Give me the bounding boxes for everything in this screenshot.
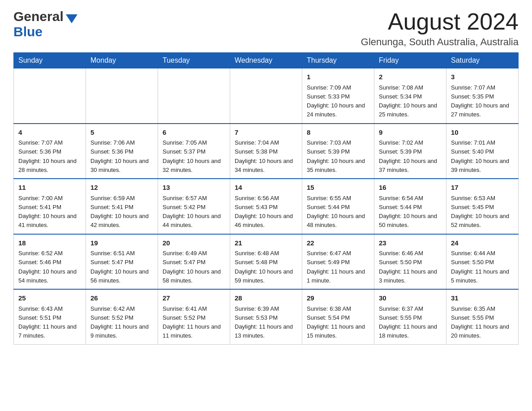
calendar-cell: 24Sunrise: 6:44 AM Sunset: 5:50 PM Dayli… — [446, 234, 519, 290]
calendar-cell — [230, 68, 302, 124]
day-info: Sunrise: 6:35 AM Sunset: 5:55 PM Dayligh… — [451, 305, 509, 339]
calendar-cell: 23Sunrise: 6:46 AM Sunset: 5:50 PM Dayli… — [374, 234, 446, 290]
day-info: Sunrise: 6:44 AM Sunset: 5:50 PM Dayligh… — [451, 250, 509, 284]
calendar-cell: 3Sunrise: 7:07 AM Sunset: 5:35 PM Daylig… — [446, 68, 519, 124]
calendar-cell: 27Sunrise: 6:41 AM Sunset: 5:52 PM Dayli… — [158, 289, 230, 344]
weekday-header-wednesday: Wednesday — [230, 53, 302, 68]
day-number: 9 — [379, 128, 442, 138]
day-info: Sunrise: 7:09 AM Sunset: 5:33 PM Dayligh… — [307, 84, 365, 118]
calendar-cell: 11Sunrise: 7:00 AM Sunset: 5:41 PM Dayli… — [14, 179, 86, 234]
calendar-cell: 13Sunrise: 6:57 AM Sunset: 5:42 PM Dayli… — [158, 179, 230, 234]
weekday-header-tuesday: Tuesday — [158, 53, 230, 68]
day-number: 7 — [235, 128, 297, 138]
day-info: Sunrise: 7:08 AM Sunset: 5:34 PM Dayligh… — [379, 84, 437, 118]
day-number: 30 — [379, 293, 442, 304]
day-info: Sunrise: 6:51 AM Sunset: 5:47 PM Dayligh… — [90, 250, 149, 284]
day-info: Sunrise: 6:46 AM Sunset: 5:50 PM Dayligh… — [379, 250, 437, 284]
logo-triangle-icon — [66, 14, 77, 23]
calendar-cell: 19Sunrise: 6:51 AM Sunset: 5:47 PM Dayli… — [86, 234, 158, 290]
day-info: Sunrise: 7:07 AM Sunset: 5:35 PM Dayligh… — [451, 84, 509, 118]
day-number: 8 — [307, 128, 369, 138]
day-number: 10 — [451, 128, 514, 138]
calendar-table: SundayMondayTuesdayWednesdayThursdayFrid… — [13, 52, 519, 345]
logo-general-text: General — [13, 9, 64, 24]
day-info: Sunrise: 7:06 AM Sunset: 5:36 PM Dayligh… — [90, 139, 149, 173]
day-number: 11 — [18, 183, 81, 193]
day-info: Sunrise: 7:07 AM Sunset: 5:36 PM Dayligh… — [18, 139, 77, 173]
calendar-cell: 14Sunrise: 6:56 AM Sunset: 5:43 PM Dayli… — [230, 179, 302, 234]
calendar-cell — [158, 68, 230, 124]
day-number: 22 — [307, 238, 369, 248]
calendar-cell: 22Sunrise: 6:47 AM Sunset: 5:49 PM Dayli… — [302, 234, 374, 290]
day-info: Sunrise: 6:39 AM Sunset: 5:53 PM Dayligh… — [235, 305, 293, 339]
calendar-cell: 25Sunrise: 6:43 AM Sunset: 5:51 PM Dayli… — [14, 289, 86, 344]
title-section: August 2024 Glenunga, South Australia, A… — [361, 9, 519, 48]
logo-blue-text: Blue — [13, 24, 43, 39]
day-number: 24 — [451, 238, 514, 248]
day-info: Sunrise: 6:57 AM Sunset: 5:42 PM Dayligh… — [163, 195, 221, 229]
day-info: Sunrise: 6:52 AM Sunset: 5:46 PM Dayligh… — [18, 250, 77, 284]
day-info: Sunrise: 7:00 AM Sunset: 5:41 PM Dayligh… — [18, 195, 77, 229]
day-info: Sunrise: 6:37 AM Sunset: 5:55 PM Dayligh… — [379, 305, 437, 339]
calendar-cell: 30Sunrise: 6:37 AM Sunset: 5:55 PM Dayli… — [374, 289, 446, 344]
calendar-cell: 12Sunrise: 6:59 AM Sunset: 5:41 PM Dayli… — [86, 179, 158, 234]
calendar-cell: 16Sunrise: 6:54 AM Sunset: 5:44 PM Dayli… — [374, 179, 446, 234]
day-number: 16 — [379, 183, 442, 193]
calendar-cell: 21Sunrise: 6:48 AM Sunset: 5:48 PM Dayli… — [230, 234, 302, 290]
day-number: 27 — [163, 293, 225, 304]
calendar-week-row-1: 1Sunrise: 7:09 AM Sunset: 5:33 PM Daylig… — [14, 68, 519, 124]
calendar-cell: 2Sunrise: 7:08 AM Sunset: 5:34 PM Daylig… — [374, 68, 446, 124]
calendar-cell: 10Sunrise: 7:01 AM Sunset: 5:40 PM Dayli… — [446, 124, 519, 179]
day-number: 26 — [90, 293, 153, 304]
location-subtitle: Glenunga, South Australia, Australia — [361, 36, 519, 48]
calendar-cell: 7Sunrise: 7:04 AM Sunset: 5:38 PM Daylig… — [230, 124, 302, 179]
calendar-cell — [86, 68, 158, 124]
day-info: Sunrise: 6:59 AM Sunset: 5:41 PM Dayligh… — [90, 195, 149, 229]
month-year-title: August 2024 — [361, 9, 519, 34]
day-number: 1 — [307, 72, 369, 82]
day-info: Sunrise: 7:04 AM Sunset: 5:38 PM Dayligh… — [235, 139, 293, 173]
day-number: 18 — [18, 238, 81, 248]
calendar-cell: 8Sunrise: 7:03 AM Sunset: 5:39 PM Daylig… — [302, 124, 374, 179]
day-info: Sunrise: 6:54 AM Sunset: 5:44 PM Dayligh… — [379, 195, 437, 229]
day-number: 5 — [90, 128, 153, 138]
day-number: 31 — [451, 293, 514, 304]
day-info: Sunrise: 7:05 AM Sunset: 5:37 PM Dayligh… — [163, 139, 221, 173]
day-number: 21 — [235, 238, 297, 248]
day-number: 12 — [90, 183, 153, 193]
calendar-week-row-2: 4Sunrise: 7:07 AM Sunset: 5:36 PM Daylig… — [14, 124, 519, 179]
page-header: General Blue August 2024 Glenunga, South… — [13, 9, 519, 48]
day-number: 13 — [163, 183, 225, 193]
day-info: Sunrise: 6:48 AM Sunset: 5:48 PM Dayligh… — [235, 250, 293, 284]
calendar-week-row-4: 18Sunrise: 6:52 AM Sunset: 5:46 PM Dayli… — [14, 234, 519, 290]
day-number: 19 — [90, 238, 153, 248]
day-info: Sunrise: 6:49 AM Sunset: 5:47 PM Dayligh… — [163, 250, 221, 284]
calendar-week-row-3: 11Sunrise: 7:00 AM Sunset: 5:41 PM Dayli… — [14, 179, 519, 234]
day-number: 29 — [307, 293, 369, 304]
calendar-cell: 5Sunrise: 7:06 AM Sunset: 5:36 PM Daylig… — [86, 124, 158, 179]
day-number: 3 — [451, 72, 514, 82]
day-number: 14 — [235, 183, 297, 193]
day-number: 23 — [379, 238, 442, 248]
day-info: Sunrise: 7:01 AM Sunset: 5:40 PM Dayligh… — [451, 139, 509, 173]
weekday-header-saturday: Saturday — [446, 53, 519, 68]
calendar-cell: 18Sunrise: 6:52 AM Sunset: 5:46 PM Dayli… — [14, 234, 86, 290]
calendar-cell: 28Sunrise: 6:39 AM Sunset: 5:53 PM Dayli… — [230, 289, 302, 344]
day-info: Sunrise: 6:55 AM Sunset: 5:44 PM Dayligh… — [307, 195, 365, 229]
calendar-cell: 4Sunrise: 7:07 AM Sunset: 5:36 PM Daylig… — [14, 124, 86, 179]
calendar-cell: 31Sunrise: 6:35 AM Sunset: 5:55 PM Dayli… — [446, 289, 519, 344]
day-number: 25 — [18, 293, 81, 304]
day-info: Sunrise: 6:53 AM Sunset: 5:45 PM Dayligh… — [451, 195, 509, 229]
calendar-cell: 26Sunrise: 6:42 AM Sunset: 5:52 PM Dayli… — [86, 289, 158, 344]
day-number: 28 — [235, 293, 297, 304]
calendar-cell: 20Sunrise: 6:49 AM Sunset: 5:47 PM Dayli… — [158, 234, 230, 290]
calendar-cell: 15Sunrise: 6:55 AM Sunset: 5:44 PM Dayli… — [302, 179, 374, 234]
calendar-week-row-5: 25Sunrise: 6:43 AM Sunset: 5:51 PM Dayli… — [14, 289, 519, 344]
day-number: 6 — [163, 128, 225, 138]
day-info: Sunrise: 6:56 AM Sunset: 5:43 PM Dayligh… — [235, 195, 293, 229]
weekday-header-row: SundayMondayTuesdayWednesdayThursdayFrid… — [14, 53, 519, 68]
day-info: Sunrise: 6:43 AM Sunset: 5:51 PM Dayligh… — [18, 305, 77, 339]
day-info: Sunrise: 7:02 AM Sunset: 5:39 PM Dayligh… — [379, 139, 437, 173]
calendar-cell: 9Sunrise: 7:02 AM Sunset: 5:39 PM Daylig… — [374, 124, 446, 179]
calendar-cell — [14, 68, 86, 124]
